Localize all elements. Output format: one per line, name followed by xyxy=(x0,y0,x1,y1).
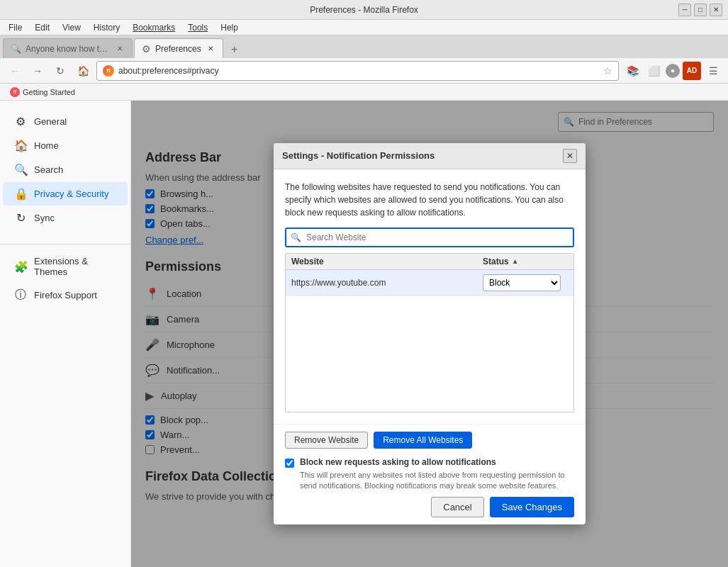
preferences-tab-close[interactable]: ✕ xyxy=(206,44,215,54)
sidebar-item-extensions[interactable]: 🧩 Extensions & Themes xyxy=(3,251,128,282)
sidebar-item-support-label: Firefox Support xyxy=(34,290,97,301)
table-col-status: Status ▲ xyxy=(483,257,568,266)
block-new-requests-checkbox[interactable] xyxy=(285,459,294,468)
search-website-input[interactable] xyxy=(285,228,574,247)
bookmark-getting-started[interactable]: ff Getting Started xyxy=(6,86,79,99)
forward-button[interactable]: → xyxy=(28,62,47,80)
block-new-requests-row: Block new requests asking to allow notif… xyxy=(285,457,574,492)
modal-dialog: Settings - Notification Permissions ✕ Th… xyxy=(274,143,586,525)
block-new-requests-text: Block new requests asking to allow notif… xyxy=(300,457,574,492)
block-new-requests-desc: This will prevent any websites not liste… xyxy=(300,470,574,492)
general-icon: ⚙ xyxy=(14,115,27,128)
url-bar[interactable]: ff about:preferences#privacy ☆ xyxy=(96,61,619,81)
remove-all-websites-button[interactable]: Remove All Websites xyxy=(374,432,472,449)
adblock-icon[interactable]: AD xyxy=(683,62,701,80)
block-new-requests-label: Block new requests asking to allow notif… xyxy=(300,457,574,467)
modal-title-bar: Settings - Notification Permissions ✕ xyxy=(274,143,586,169)
site-favicon: ff xyxy=(103,65,114,77)
bookmarks-bar: ff Getting Started xyxy=(0,84,728,101)
table-row[interactable]: https://www.youtube.com Allow Block xyxy=(286,270,573,296)
table-body: https://www.youtube.com Allow Block xyxy=(286,270,573,412)
modal-close-button[interactable]: ✕ xyxy=(563,149,577,163)
websites-table: Website Status ▲ https://www.youtube.com xyxy=(285,253,574,412)
window-controls: ─ □ ✕ xyxy=(678,4,722,16)
privacy-icon: 🔒 xyxy=(14,187,27,201)
home-button[interactable]: 🏠 xyxy=(74,62,92,80)
sidebar-item-search-label: Search xyxy=(34,164,63,175)
menu-view[interactable]: View xyxy=(57,21,86,34)
search-website-wrapper: 🔍 xyxy=(285,228,574,247)
search-website-icon: 🔍 xyxy=(291,232,301,242)
sidebar: ⚙ General 🏠 Home 🔍 Search 🔒 Privacy & Se… xyxy=(0,101,131,567)
bookmark-favicon: ff xyxy=(10,87,20,97)
table-col-website: Website xyxy=(291,257,483,266)
save-changes-button[interactable]: Save Changes xyxy=(490,497,574,517)
sidebar-item-privacy[interactable]: 🔒 Privacy & Security xyxy=(3,182,128,206)
sidebar-item-privacy-label: Privacy & Security xyxy=(34,189,108,199)
preferences-tab-label: Preferences xyxy=(155,44,201,54)
minimize-btn[interactable]: ─ xyxy=(678,4,691,16)
menu-history[interactable]: History xyxy=(88,21,125,34)
modal-overlay: Settings - Notification Permissions ✕ Th… xyxy=(131,101,728,567)
restore-btn[interactable]: □ xyxy=(694,4,707,16)
close-btn[interactable]: ✕ xyxy=(710,4,722,16)
nav-right-icons: 📚 ⬜ ● AD ☰ xyxy=(623,62,722,80)
menu-edit[interactable]: Edit xyxy=(29,21,55,34)
menu-help[interactable]: Help xyxy=(215,21,244,34)
modal-footer: Remove Website Remove All Websites Block… xyxy=(274,424,586,525)
search-sidebar-icon: 🔍 xyxy=(14,163,27,176)
title-bar: Preferences - Mozilla Firefox ─ □ ✕ xyxy=(0,0,728,20)
sidebar-item-home[interactable]: 🏠 Home xyxy=(3,134,128,157)
tab-preferences[interactable]: ⚙ Preferences ✕ xyxy=(134,38,223,58)
remove-buttons: Remove Website Remove All Websites xyxy=(285,432,574,449)
window-title: Preferences - Mozilla Firefox xyxy=(310,5,418,15)
reload-button[interactable]: ↻ xyxy=(51,62,69,80)
table-cell-website: https://www.youtube.com xyxy=(291,278,483,288)
synced-tabs-icon[interactable]: ⬜ xyxy=(644,62,663,80)
menu-bar: File Edit View History Bookmarks Tools H… xyxy=(0,20,728,35)
sidebar-item-sync[interactable]: ↻ Sync xyxy=(3,206,128,230)
menu-bookmarks[interactable]: Bookmarks xyxy=(127,21,181,34)
modal-body: The following websites have requested to… xyxy=(274,169,586,424)
library-icon[interactable]: 📚 xyxy=(623,62,642,80)
back-button[interactable]: ← xyxy=(6,62,24,80)
sidebar-item-general-label: General xyxy=(34,116,67,127)
tab-search[interactable]: 🔍 Anyone know how to bloc ✕ xyxy=(3,38,133,58)
sort-arrow-icon: ▲ xyxy=(512,257,519,265)
tab-bar: 🔍 Anyone know how to bloc ✕ ⚙ Preference… xyxy=(0,35,728,58)
modal-description: The following websites have requested to… xyxy=(285,181,574,219)
sidebar-item-home-label: Home xyxy=(34,140,59,151)
action-buttons: Cancel Save Changes xyxy=(285,497,574,517)
bookmark-label: Getting Started xyxy=(23,88,75,96)
sidebar-item-search[interactable]: 🔍 Search xyxy=(3,158,128,181)
remove-website-button[interactable]: Remove Website xyxy=(285,432,368,449)
preferences-tab-icon: ⚙ xyxy=(142,43,151,55)
cancel-button[interactable]: Cancel xyxy=(431,497,483,517)
sidebar-item-sync-label: Sync xyxy=(34,213,55,223)
support-icon: ⓘ xyxy=(14,288,27,303)
container-icon[interactable]: ● xyxy=(666,64,680,78)
status-select[interactable]: Allow Block xyxy=(483,274,561,291)
sync-icon: ↻ xyxy=(14,211,27,225)
sidebar-item-extensions-label: Extensions & Themes xyxy=(34,256,116,277)
menu-tools[interactable]: Tools xyxy=(182,21,213,34)
url-text: about:preferences#privacy xyxy=(118,66,599,76)
home-icon: 🏠 xyxy=(14,139,27,152)
extensions-icon: 🧩 xyxy=(14,260,27,274)
sidebar-item-support[interactable]: ⓘ Firefox Support xyxy=(3,283,128,308)
modal-title: Settings - Notification Permissions xyxy=(282,150,435,161)
table-header: Website Status ▲ xyxy=(286,254,573,270)
new-tab-button[interactable]: + xyxy=(225,41,245,58)
content-area: 🔍 Address Bar When using the address bar… xyxy=(131,101,728,567)
main-area: ⚙ General 🏠 Home 🔍 Search 🔒 Privacy & Se… xyxy=(0,101,728,567)
search-tab-icon: 🔍 xyxy=(11,44,21,54)
sidebar-item-general[interactable]: ⚙ General xyxy=(3,110,128,133)
search-tab-close[interactable]: ✕ xyxy=(115,44,125,54)
table-cell-status: Allow Block xyxy=(483,274,568,291)
nav-bar: ← → ↻ 🏠 ff about:preferences#privacy ☆ 📚… xyxy=(0,58,728,84)
menu-file[interactable]: File xyxy=(3,21,28,34)
search-tab-label: Anyone know how to bloc xyxy=(26,44,111,54)
bookmark-star-icon[interactable]: ☆ xyxy=(603,65,612,77)
menu-hamburger-icon[interactable]: ☰ xyxy=(704,62,722,80)
